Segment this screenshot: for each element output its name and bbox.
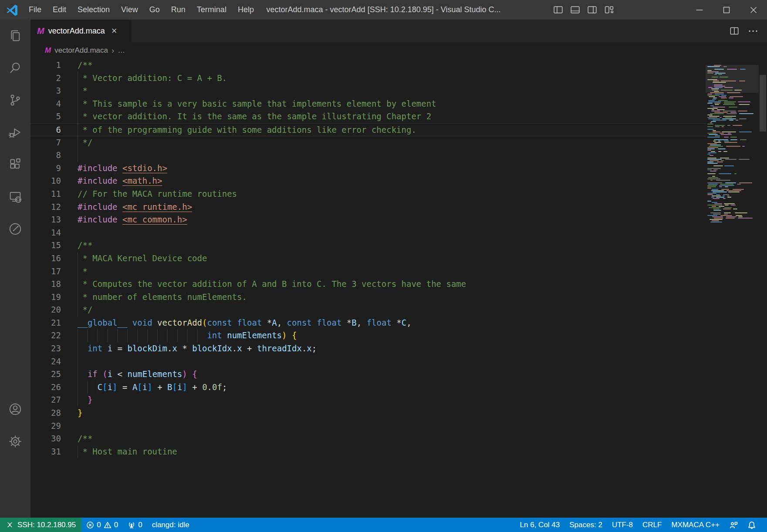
line-number[interactable]: 27 [30,394,61,407]
menu-help[interactable]: Help [232,0,260,20]
code-line-11[interactable]: 11// For the MACA runtime routines [30,188,706,201]
minimize-button[interactable] [686,0,713,20]
code-line-7[interactable]: 7*/ [30,136,706,149]
line-number[interactable]: 26 [30,381,61,394]
toggle-panel-icon[interactable] [570,4,581,15]
eol-setting[interactable]: CRLF [638,521,666,529]
split-editor-icon[interactable] [729,25,740,37]
line-number[interactable]: 4 [30,98,61,111]
code-line-6[interactable]: 6* of the programming guide with some ad… [30,123,706,136]
problems-indicator[interactable]: 0 0 [81,521,123,529]
code-line-5[interactable]: 5* vector addition. It is the same as th… [30,110,706,123]
code-line-15[interactable]: 15/** [30,239,706,252]
activity-profiler-button[interactable] [0,213,30,245]
menu-file[interactable]: File [23,0,47,20]
code-line-2[interactable]: 2* Vector addition: C = A + B. [30,72,706,85]
encoding-setting[interactable]: UTF-8 [607,521,638,529]
line-number[interactable]: 24 [30,355,61,368]
line-number[interactable]: 2 [30,72,61,85]
line-number[interactable]: 21 [30,317,61,330]
code-line-4[interactable]: 4* This sample is a very basic sample th… [30,98,706,111]
activity-search-button[interactable] [0,52,30,84]
ports-indicator[interactable]: 0 [123,521,147,529]
code-line-19[interactable]: 19* number of elements numElements. [30,291,706,304]
menu-view[interactable]: View [115,0,144,20]
code-line-21[interactable]: 21__global__ void vectorAdd(const float … [30,317,706,330]
line-number[interactable]: 9 [30,162,61,175]
line-number[interactable]: 12 [30,201,61,214]
line-number[interactable]: 6 [30,124,61,136]
line-number[interactable]: 30 [30,432,61,445]
minimap[interactable] [706,59,759,518]
code-line-8[interactable]: 8 [30,149,706,162]
feedback-button[interactable] [724,521,743,529]
scrollbar-thumb[interactable] [760,75,766,131]
toggle-secondary-sidebar-icon[interactable] [587,4,598,15]
code-line-23[interactable]: 23int i = blockDim.x * blockIdx.x + thre… [30,342,706,355]
code-line-26[interactable]: 26C[i] = A[i] + B[i] + 0.0f; [30,381,706,394]
tab-vectorAdd[interactable]: M vectorAdd.maca × [30,20,132,42]
indentation-setting[interactable]: Spaces: 2 [564,521,607,529]
line-number[interactable]: 31 [30,445,61,458]
minimap-slider[interactable] [706,65,759,93]
code-line-31[interactable]: 31* Host main routine [30,445,706,458]
line-number[interactable]: 16 [30,252,61,265]
activity-explorer-button[interactable] [0,20,30,52]
code-line-10[interactable]: 10#include <math.h> [30,175,706,188]
code-editor[interactable]: 1/**2* Vector addition: C = A + B.3*4* T… [30,59,767,518]
breadcrumb-file[interactable]: vectorAdd.maca [54,46,108,55]
activity-accounts-button[interactable] [0,393,30,425]
activity-remote-explorer-button[interactable] [0,181,30,213]
menu-selection[interactable]: Selection [72,0,115,20]
customize-layout-icon[interactable] [604,4,615,15]
line-number[interactable]: 15 [30,239,61,252]
line-number[interactable]: 19 [30,291,61,304]
line-number[interactable]: 8 [30,149,61,162]
menu-terminal[interactable]: Terminal [191,0,232,20]
line-number[interactable]: 3 [30,84,61,98]
code-line-30[interactable]: 30/** [30,432,706,445]
line-number[interactable]: 1 [30,59,61,72]
menu-run[interactable]: Run [166,0,191,20]
code-line-3[interactable]: 3* [30,84,706,98]
code-line-22[interactable]: 22int numElements) { [30,329,706,342]
line-number[interactable]: 23 [30,342,61,355]
code-line-12[interactable]: 12#include <mc_runtime.h> [30,201,706,214]
activity-source-control-button[interactable] [0,84,30,116]
code-line-1[interactable]: 1/** [30,59,706,72]
code-line-28[interactable]: 28} [30,407,706,420]
close-window-button[interactable] [740,0,767,20]
breadcrumb-symbol[interactable]: … [118,46,125,55]
code-line-14[interactable]: 14 [30,226,706,239]
line-number[interactable]: 17 [30,265,61,278]
line-number[interactable]: 14 [30,226,61,239]
scrollbar[interactable] [759,59,767,518]
language-mode[interactable]: MXMACA C++ [666,521,724,529]
code-line-18[interactable]: 18* Computes the vector addition of A an… [30,278,706,291]
more-actions-icon[interactable]: ⋯ [748,25,759,37]
cursor-position[interactable]: Ln 6, Col 43 [515,521,565,529]
line-number[interactable]: 5 [30,110,61,123]
code-line-25[interactable]: 25if (i < numElements) { [30,368,706,381]
line-number[interactable]: 7 [30,136,61,149]
line-number[interactable]: 25 [30,368,61,381]
toggle-primary-sidebar-icon[interactable] [553,4,564,15]
line-number[interactable]: 10 [30,175,61,188]
code-line-29[interactable]: 29 [30,420,706,433]
code-line-17[interactable]: 17* [30,265,706,278]
line-number[interactable]: 18 [30,278,61,291]
code-line-20[interactable]: 20*/ [30,303,706,317]
line-number[interactable]: 20 [30,303,61,317]
maximize-button[interactable] [713,0,740,20]
tab-close-icon[interactable]: × [112,26,117,36]
clangd-status[interactable]: clangd: idle [147,521,194,529]
code-line-16[interactable]: 16* MACA Kernel Device code [30,252,706,265]
activity-run-and-debug-button[interactable] [0,116,30,148]
line-number[interactable]: 28 [30,407,61,420]
line-number[interactable]: 13 [30,213,61,226]
line-number[interactable]: 29 [30,420,61,433]
menu-go[interactable]: Go [144,0,166,20]
activity-settings-gear-button[interactable] [0,425,30,458]
notifications-button[interactable] [743,521,761,529]
menu-edit[interactable]: Edit [47,0,72,20]
